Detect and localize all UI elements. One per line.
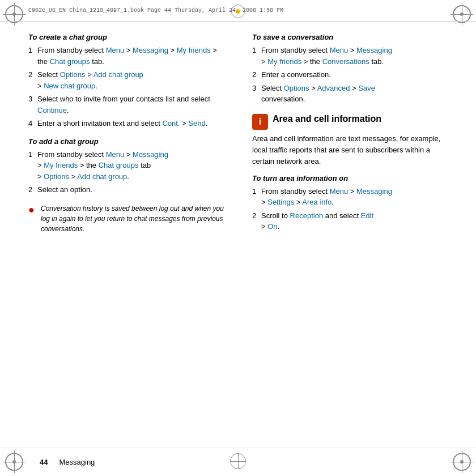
note-icon: ● (28, 203, 37, 234)
left-column: To create a chat group 1 From standby se… (28, 33, 230, 448)
list-item: 1 From standby select Menu > Messaging> … (252, 45, 448, 67)
step-number: 2 (252, 210, 261, 232)
step-number: 4 (28, 118, 37, 129)
step-text: From standby select Menu > Messaging> Se… (261, 186, 448, 208)
list-item: 3 Select Options > Advanced > Saveconver… (252, 83, 448, 105)
send-link: Send (188, 119, 205, 128)
save-conversation-heading: To save a conversation (252, 33, 448, 41)
edit-link: Edit (361, 211, 373, 220)
step-text: Enter a conversation. (261, 69, 448, 80)
myfriends-link: My friends (44, 161, 78, 169)
myfriends-link: My friends (267, 57, 301, 66)
bottom-center-mark (230, 453, 246, 469)
right-column: To save a conversation 1 From standby se… (246, 33, 448, 448)
step-text: From standby select Menu > Messaging > M… (37, 45, 224, 67)
add-chat-group-section: To add a chat group 1 From standby selec… (28, 137, 224, 196)
step-text: Select Options > Advanced > Saveconversa… (261, 83, 448, 105)
header-bar: C902c_UG_EN China_1210_4097_1.book Page … (0, 0, 476, 22)
area-cell-section: i Area and cell information Area and cel… (252, 113, 448, 232)
step-number: 2 (28, 184, 37, 196)
area-icon-letter: i (259, 117, 261, 127)
reception-link: Reception (290, 211, 324, 220)
chatgroups-link: Chat groups (99, 161, 139, 169)
menu-link: Menu (106, 150, 125, 159)
list-item: 2 Scroll to Reception and select Edit> O… (252, 210, 448, 232)
options-link: Options (60, 70, 86, 79)
add-chat-group-heading: To add a chat group (28, 137, 224, 146)
step-text: Select Options > Add chat group> New cha… (37, 69, 224, 91)
newchatgroup-link: New chat group (44, 82, 95, 90)
step-text: Enter a short invitation text and select… (37, 118, 224, 129)
myfriends-link: My friends (177, 46, 211, 54)
note-text: Conversation history is saved between lo… (41, 203, 224, 234)
addchatgroup-link: Add chat group (94, 70, 143, 79)
on-link: On (267, 222, 277, 231)
step-number: 2 (252, 69, 261, 80)
step-text: Select an option. (37, 184, 224, 196)
options-link: Options (284, 84, 309, 92)
continue-link: Continue (37, 106, 67, 114)
menu-link: Menu (106, 46, 125, 54)
messaging-link: Messaging (356, 46, 392, 54)
menu-link: Menu (330, 187, 348, 196)
step-text: From standby select Menu > Messaging> My… (37, 149, 224, 182)
area-info-list: 1 From standby select Menu > Messaging> … (252, 186, 448, 232)
step-number: 1 (252, 186, 261, 208)
conversations-link: Conversations (322, 57, 369, 66)
page-container: C902c_UG_EN China_1210_4097_1.book Page … (0, 0, 476, 476)
cont-link: Cont. (162, 119, 180, 128)
area-cell-heading: Area and cell information (273, 113, 381, 125)
header-text: C902c_UG_EN China_1210_4097_1.book Page … (28, 7, 283, 14)
save-conversation-list: 1 From standby select Menu > Messaging> … (252, 45, 448, 105)
footer-page-number: 44 (40, 458, 48, 466)
advanced-link: Advanced (317, 84, 350, 92)
area-icon: i (252, 114, 268, 130)
messaging-link: Messaging (356, 187, 392, 196)
area-section-header: i Area and cell information (252, 113, 448, 130)
step-text: From standby select Menu > Messaging> My… (261, 45, 448, 67)
save-link: Save (358, 84, 375, 92)
list-item: 2 Select an option. (28, 184, 224, 196)
create-chat-group-section: To create a chat group 1 From standby se… (28, 33, 224, 129)
footer-section: Messaging (59, 458, 95, 466)
turn-area-info-heading: To turn area information on (252, 174, 448, 182)
step-text: Scroll to Reception and select Edit> On. (261, 210, 448, 232)
list-item: 4 Enter a short invitation text and sele… (28, 118, 224, 129)
content-area: To create a chat group 1 From standby se… (28, 22, 448, 448)
settings-link: Settings (267, 198, 294, 206)
addchatgroup-link: Add chat group (77, 172, 127, 181)
create-chat-group-heading: To create a chat group (28, 33, 224, 41)
list-item: 2 Select Options > Add chat group> New c… (28, 69, 224, 91)
save-conversation-section: To save a conversation 1 From standby se… (252, 33, 448, 105)
list-item: 1 From standby select Menu > Messaging> … (28, 149, 224, 182)
add-chat-group-list: 1 From standby select Menu > Messaging> … (28, 149, 224, 196)
messaging-link: Messaging (133, 46, 168, 54)
messaging-link: Messaging (133, 150, 168, 159)
step-number: 1 (28, 149, 37, 182)
list-item: 2 Enter a conversation. (252, 69, 448, 80)
step-number: 3 (252, 83, 261, 105)
list-item: 3 Select who to invite from your contact… (28, 94, 224, 116)
area-cell-body: Area and cell information are text messa… (252, 133, 448, 167)
step-number: 1 (28, 45, 37, 67)
step-number: 1 (252, 45, 261, 67)
note-block: ● Conversation history is saved between … (28, 203, 224, 234)
list-item: 1 From standby select Menu > Messaging >… (28, 45, 224, 67)
chatgroups-link: Chat groups (50, 57, 90, 66)
create-chat-group-list: 1 From standby select Menu > Messaging >… (28, 45, 224, 129)
menu-link: Menu (330, 46, 348, 54)
step-number: 2 (28, 69, 37, 91)
step-text: Select who to invite from your contacts … (37, 94, 224, 116)
areainfo-link: Area info (302, 198, 332, 206)
step-number: 3 (28, 94, 37, 116)
options-link: Options (44, 172, 69, 181)
list-item: 1 From standby select Menu > Messaging> … (252, 186, 448, 208)
